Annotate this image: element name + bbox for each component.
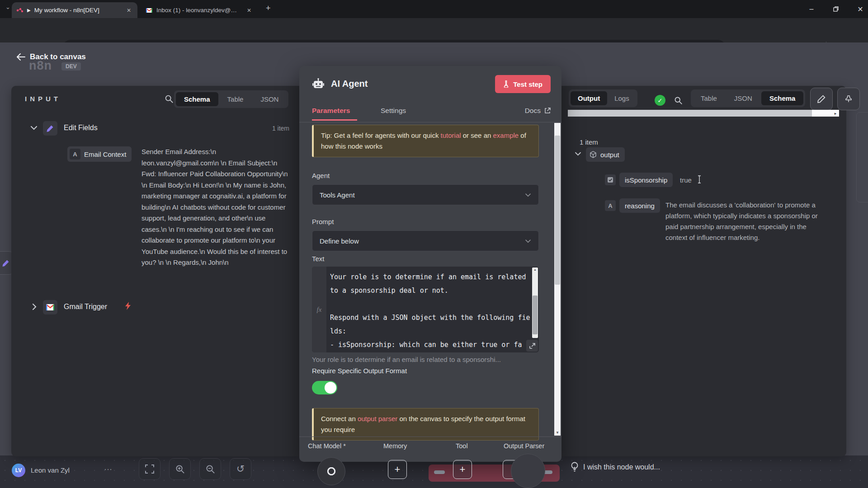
input-panel: INPUT Schema Table JSON Edit Fields 1 it… [11,86,299,456]
tab-title: My workflow - n8n[DEV] [34,7,99,14]
chevron-down-icon [525,193,531,197]
tab-close-icon[interactable]: ✕ [125,6,133,14]
window-close-button[interactable]: ✕ [850,0,868,18]
zoom-in-icon [175,465,185,474]
arrow-left-icon [16,53,25,61]
toggle-knob [325,382,336,394]
reset-icon: ↺ [236,463,245,475]
zoom-out-button[interactable] [199,458,221,480]
tab-table[interactable]: Table [693,91,725,105]
output-parser-link[interactable]: output parser [358,415,397,422]
pin-data-button[interactable] [837,88,860,110]
field-value: The email discusses a 'collaboration' to… [665,200,828,243]
chevron-down-icon[interactable] [575,152,581,156]
prompt-select[interactable]: Define below [312,230,539,251]
output-parser-notice: Connect an output parser on the canvas t… [312,408,539,441]
input-view-tabs: Schema Table JSON [174,90,288,108]
zoom-to-fit-button[interactable] [139,458,160,480]
output-parser-endpoint[interactable] [511,454,545,488]
add-tool-button[interactable]: + [453,460,472,479]
field-key-chip[interactable]: A Email Context [67,146,132,162]
gmail-trigger-node-icon[interactable] [43,300,57,314]
text-field-label: Text [312,255,325,263]
tab-schema[interactable]: Schema [761,91,804,105]
field-key-chip[interactable]: reasoning [619,198,660,213]
ibeam-cursor-icon [697,175,702,183]
text-code-editor[interactable]: fx Your role is to determine if an email… [312,267,539,352]
env-badge: DEV [61,62,81,70]
node-name[interactable]: Gmail Trigger [64,303,107,311]
tab-close-icon[interactable]: ✕ [245,6,253,14]
output-format-label: Require Specific Output Format [312,367,407,375]
expand-editor-button[interactable] [526,340,538,352]
edit-output-button[interactable] [810,88,833,110]
horizontal-scrollbar[interactable]: ▸ [568,110,839,117]
active-tab-underline [312,119,357,121]
editor-scrollbar[interactable]: ▲ [532,267,538,338]
output-search-icon[interactable] [674,96,683,105]
tab-settings[interactable]: Settings [381,107,406,115]
expression-gutter: fx [312,267,326,352]
tip-text: or see an [461,131,493,139]
input-search-icon[interactable] [164,94,174,104]
zoom-in-button[interactable] [169,458,191,480]
endpoint-dash [434,470,445,474]
edit-fields-node-icon[interactable] [43,121,57,136]
agent-select[interactable]: Tools Agent [312,184,539,205]
tab-table[interactable]: Table [219,92,252,106]
modal-scrollbar[interactable]: ▼ [554,123,561,436]
chat-model-endpoint[interactable] [317,457,345,485]
tab-audio-play-icon: ▶ [27,8,31,13]
window-minimize-button[interactable]: – [801,0,822,18]
user-menu-dots[interactable]: ⋯ [104,465,112,474]
new-tab-button[interactable]: + [266,4,271,13]
back-to-canvas-button[interactable]: Back to canvas [16,52,86,61]
tab-parameters[interactable]: Parameters [312,107,350,115]
example-link[interactable]: example [493,131,519,139]
flask-icon [503,80,509,88]
tab-output[interactable]: Output [571,91,607,105]
tab-logs[interactable]: Logs [608,91,636,105]
scroll-up-arrow[interactable]: ▲ [532,268,538,271]
scrollbar-thumb[interactable] [568,110,812,117]
node-name[interactable]: Edit Fields [64,124,98,132]
browser-tab-workflow[interactable]: ▶ My workflow - n8n[DEV] ✕ [12,2,137,18]
node-wish-link[interactable]: I wish this node would... [583,463,660,471]
input-panel-title: INPUT [25,95,61,103]
n8n-favicon-icon [16,7,24,14]
external-link-icon[interactable] [544,108,551,114]
tip-banner: Tip: Get a feel for agents with our quic… [312,125,539,157]
user-avatar[interactable]: LV [12,464,25,477]
output-view-tabs: Table JSON Schema [691,89,805,107]
scrollbar-thumb[interactable] [555,136,560,285]
browser-tab-inbox[interactable]: Inbox (1) - leonvanzyldev@gma ✕ [141,2,258,18]
fx-icon: fx [317,306,322,314]
window-restore-button[interactable] [826,0,846,18]
scroll-down-arrow[interactable]: ▼ [554,431,561,435]
output-format-toggle[interactable] [312,381,337,394]
test-step-button[interactable]: Test step [495,75,551,93]
tab-json[interactable]: JSON [252,92,287,106]
scrollbar-thumb[interactable] [533,296,538,334]
output-root-chip[interactable]: output [586,147,625,162]
tab-search-chevron-icon[interactable]: ⌄ [5,4,10,10]
scroll-right-arrow[interactable]: ▸ [832,110,839,117]
code-content[interactable]: Your role is to determine if an email is… [330,270,531,351]
back-to-canvas-label: Back to canvas [30,52,86,61]
output-root-label: output [600,151,619,159]
tutorial-link[interactable]: tutorial [441,131,461,139]
expression-preview: Your role is to determine if an email is… [312,356,539,363]
chevron-right-icon[interactable] [32,304,37,310]
reset-view-button[interactable]: ↺ [230,458,251,480]
plus-icon: + [395,464,401,475]
connector-label-tool: Tool [456,442,468,450]
docs-link[interactable]: Docs [525,107,541,115]
add-memory-button[interactable]: + [388,460,407,479]
chevron-down-icon[interactable] [31,126,37,130]
tab-schema[interactable]: Schema [176,92,218,106]
connector-label-output-parser: Output Parser [504,442,544,450]
field-key-chip[interactable]: isSponsorship [619,173,673,187]
notice-text: Connect an [321,415,358,422]
prompt-select-value: Define below [320,237,359,245]
tab-json[interactable]: JSON [726,91,760,105]
